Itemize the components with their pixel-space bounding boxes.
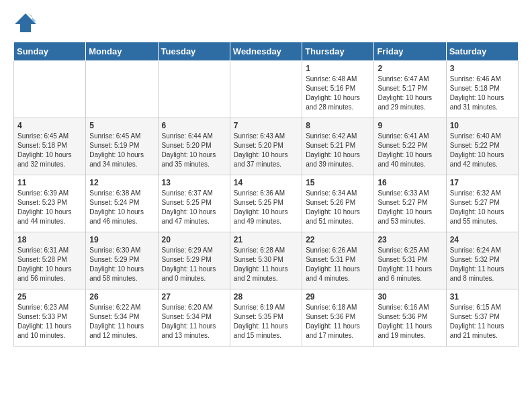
day-number: 12: [89, 178, 154, 187]
calendar-cell: 2Sunrise: 6:47 AM Sunset: 5:17 PM Daylig…: [374, 61, 446, 118]
calendar-cell: 20Sunrise: 6:29 AM Sunset: 5:29 PM Dayli…: [158, 232, 230, 289]
weekday-header-friday: Friday: [374, 42, 446, 61]
day-number: 2: [378, 64, 442, 73]
day-number: 26: [89, 292, 154, 302]
calendar-cell: 26Sunrise: 6:22 AM Sunset: 5:34 PM Dayli…: [86, 289, 158, 347]
day-info: Sunrise: 6:45 AM Sunset: 5:18 PM Dayligh…: [17, 132, 82, 169]
day-number: 18: [17, 235, 82, 244]
weekday-header-monday: Monday: [86, 42, 158, 61]
calendar-cell: 17Sunrise: 6:32 AM Sunset: 5:27 PM Dayli…: [446, 175, 518, 232]
calendar-cell: 23Sunrise: 6:25 AM Sunset: 5:31 PM Dayli…: [374, 232, 446, 289]
day-info: Sunrise: 6:40 AM Sunset: 5:22 PM Dayligh…: [450, 132, 515, 169]
calendar-cell: [158, 61, 230, 118]
calendar-cell: 25Sunrise: 6:23 AM Sunset: 5:33 PM Dayli…: [14, 289, 86, 347]
calendar-table: SundayMondayTuesdayWednesdayThursdayFrid…: [13, 42, 519, 347]
calendar-cell: 29Sunrise: 6:18 AM Sunset: 5:36 PM Dayli…: [302, 289, 374, 347]
day-info: Sunrise: 6:28 AM Sunset: 5:30 PM Dayligh…: [234, 246, 298, 283]
day-number: 25: [17, 292, 82, 302]
day-number: 19: [89, 235, 154, 244]
calendar-cell: 10Sunrise: 6:40 AM Sunset: 5:22 PM Dayli…: [446, 118, 518, 175]
day-info: Sunrise: 6:48 AM Sunset: 5:16 PM Dayligh…: [306, 75, 370, 112]
calendar-cell: 9Sunrise: 6:41 AM Sunset: 5:22 PM Daylig…: [374, 118, 446, 175]
logo: [13, 11, 40, 35]
calendar-cell: 12Sunrise: 6:38 AM Sunset: 5:24 PM Dayli…: [86, 175, 158, 232]
day-number: 27: [162, 292, 226, 302]
day-info: Sunrise: 6:34 AM Sunset: 5:26 PM Dayligh…: [306, 189, 370, 226]
day-number: 29: [306, 292, 370, 302]
day-number: 3: [450, 64, 515, 73]
calendar-cell: 1Sunrise: 6:48 AM Sunset: 5:16 PM Daylig…: [302, 61, 374, 118]
day-number: 7: [234, 121, 298, 130]
calendar-cell: 11Sunrise: 6:39 AM Sunset: 5:23 PM Dayli…: [14, 175, 86, 232]
calendar-cell: [230, 61, 302, 118]
svg-marker-0: [15, 13, 36, 32]
day-info: Sunrise: 6:26 AM Sunset: 5:31 PM Dayligh…: [306, 246, 370, 283]
day-info: Sunrise: 6:30 AM Sunset: 5:29 PM Dayligh…: [89, 246, 154, 283]
day-number: 24: [450, 235, 515, 244]
calendar-cell: 8Sunrise: 6:42 AM Sunset: 5:21 PM Daylig…: [302, 118, 374, 175]
calendar-cell: 15Sunrise: 6:34 AM Sunset: 5:26 PM Dayli…: [302, 175, 374, 232]
day-info: Sunrise: 6:39 AM Sunset: 5:23 PM Dayligh…: [17, 189, 82, 226]
weekday-header-wednesday: Wednesday: [230, 42, 302, 61]
calendar-cell: 30Sunrise: 6:16 AM Sunset: 5:36 PM Dayli…: [374, 289, 446, 347]
day-info: Sunrise: 6:33 AM Sunset: 5:27 PM Dayligh…: [378, 189, 442, 226]
day-info: Sunrise: 6:45 AM Sunset: 5:19 PM Dayligh…: [89, 132, 154, 169]
calendar-cell: [14, 61, 86, 118]
day-number: 28: [234, 292, 298, 302]
logo-icon: [13, 11, 38, 35]
calendar-cell: 24Sunrise: 6:24 AM Sunset: 5:32 PM Dayli…: [446, 232, 518, 289]
day-info: Sunrise: 6:23 AM Sunset: 5:33 PM Dayligh…: [17, 303, 82, 340]
day-info: Sunrise: 6:22 AM Sunset: 5:34 PM Dayligh…: [89, 303, 154, 340]
day-info: Sunrise: 6:47 AM Sunset: 5:17 PM Dayligh…: [378, 75, 442, 112]
weekday-header-saturday: Saturday: [446, 42, 518, 61]
weekday-header-sunday: Sunday: [14, 42, 86, 61]
calendar-cell: 19Sunrise: 6:30 AM Sunset: 5:29 PM Dayli…: [86, 232, 158, 289]
calendar-cell: 14Sunrise: 6:36 AM Sunset: 5:25 PM Dayli…: [230, 175, 302, 232]
day-info: Sunrise: 6:31 AM Sunset: 5:28 PM Dayligh…: [17, 246, 82, 283]
weekday-header-tuesday: Tuesday: [158, 42, 230, 61]
day-info: Sunrise: 6:19 AM Sunset: 5:35 PM Dayligh…: [234, 303, 298, 340]
day-info: Sunrise: 6:44 AM Sunset: 5:20 PM Dayligh…: [162, 132, 226, 169]
day-info: Sunrise: 6:46 AM Sunset: 5:18 PM Dayligh…: [450, 75, 515, 112]
calendar-cell: 31Sunrise: 6:15 AM Sunset: 5:37 PM Dayli…: [446, 289, 518, 347]
calendar-cell: 7Sunrise: 6:43 AM Sunset: 5:20 PM Daylig…: [230, 118, 302, 175]
day-info: Sunrise: 6:20 AM Sunset: 5:34 PM Dayligh…: [162, 303, 226, 340]
day-info: Sunrise: 6:41 AM Sunset: 5:22 PM Dayligh…: [378, 132, 442, 169]
day-number: 21: [234, 235, 298, 244]
calendar-cell: 3Sunrise: 6:46 AM Sunset: 5:18 PM Daylig…: [446, 61, 518, 118]
day-number: 22: [306, 235, 370, 244]
day-info: Sunrise: 6:18 AM Sunset: 5:36 PM Dayligh…: [306, 303, 370, 340]
calendar-cell: 4Sunrise: 6:45 AM Sunset: 5:18 PM Daylig…: [14, 118, 86, 175]
day-number: 8: [306, 121, 370, 130]
day-info: Sunrise: 6:37 AM Sunset: 5:25 PM Dayligh…: [162, 189, 226, 226]
day-number: 5: [89, 121, 154, 130]
day-number: 23: [378, 235, 442, 244]
day-number: 14: [234, 178, 298, 187]
weekday-header-thursday: Thursday: [302, 42, 374, 61]
page-header: [13, 11, 519, 35]
day-number: 16: [378, 178, 442, 187]
day-info: Sunrise: 6:25 AM Sunset: 5:31 PM Dayligh…: [378, 246, 442, 283]
calendar-cell: 21Sunrise: 6:28 AM Sunset: 5:30 PM Dayli…: [230, 232, 302, 289]
day-info: Sunrise: 6:36 AM Sunset: 5:25 PM Dayligh…: [234, 189, 298, 226]
calendar-cell: 27Sunrise: 6:20 AM Sunset: 5:34 PM Dayli…: [158, 289, 230, 347]
day-number: 30: [378, 292, 442, 302]
day-number: 20: [162, 235, 226, 244]
day-info: Sunrise: 6:15 AM Sunset: 5:37 PM Dayligh…: [450, 303, 515, 340]
calendar-cell: 6Sunrise: 6:44 AM Sunset: 5:20 PM Daylig…: [158, 118, 230, 175]
day-info: Sunrise: 6:24 AM Sunset: 5:32 PM Dayligh…: [450, 246, 515, 283]
day-number: 1: [306, 64, 370, 73]
day-number: 4: [17, 121, 82, 130]
calendar-cell: 5Sunrise: 6:45 AM Sunset: 5:19 PM Daylig…: [86, 118, 158, 175]
day-number: 6: [162, 121, 226, 130]
day-info: Sunrise: 6:32 AM Sunset: 5:27 PM Dayligh…: [450, 189, 515, 226]
day-info: Sunrise: 6:43 AM Sunset: 5:20 PM Dayligh…: [234, 132, 298, 169]
day-number: 13: [162, 178, 226, 187]
calendar-cell: 13Sunrise: 6:37 AM Sunset: 5:25 PM Dayli…: [158, 175, 230, 232]
day-number: 17: [450, 178, 515, 187]
day-info: Sunrise: 6:42 AM Sunset: 5:21 PM Dayligh…: [306, 132, 370, 169]
day-number: 9: [378, 121, 442, 130]
calendar-cell: 18Sunrise: 6:31 AM Sunset: 5:28 PM Dayli…: [14, 232, 86, 289]
calendar-cell: 22Sunrise: 6:26 AM Sunset: 5:31 PM Dayli…: [302, 232, 374, 289]
day-number: 31: [450, 292, 515, 302]
